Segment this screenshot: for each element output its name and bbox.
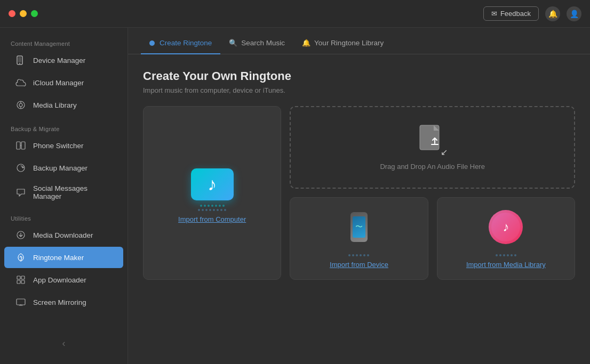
page-subtitle: Import music from computer, device or iT… <box>143 86 575 94</box>
drag-drop-label: Drag and Drop An Audio File Here <box>380 163 485 171</box>
sidebar-item-phone-switcher[interactable]: Phone Switcher <box>4 135 123 156</box>
import-from-media-card[interactable]: ♪ Import from Media Library <box>437 197 575 280</box>
sidebar-item-ringtone-maker[interactable]: Ringtone Maker <box>4 247 123 268</box>
svg-rect-1 <box>18 57 21 62</box>
collapse-icon: ‹ <box>62 338 66 349</box>
tab-ringtone-library[interactable]: 🔔 Your Ringtone Library <box>293 39 392 54</box>
itunes-icon: ♪ <box>489 210 523 244</box>
file-drag-icon: ↙ <box>419 124 447 156</box>
svg-rect-12 <box>21 276 25 279</box>
svg-point-9 <box>17 164 25 172</box>
sidebar-collapse-button[interactable]: ‹ <box>0 331 127 355</box>
tab-search-music-label: Search Music <box>241 39 285 47</box>
import-from-computer-label: Import from Computer <box>178 215 246 223</box>
utilities-label: Utilities <box>0 211 127 224</box>
device-manager-label: Device Manager <box>33 56 85 64</box>
computer-icon-area: ♪ <box>191 168 234 200</box>
phone-icon: 〜 <box>350 212 368 242</box>
dots-row <box>198 209 226 211</box>
music-note-icon: ♪ <box>208 174 217 195</box>
svg-rect-7 <box>17 142 20 149</box>
backup-manager-icon <box>15 162 27 174</box>
sidebar-item-app-downloader[interactable]: App Downloader <box>4 269 123 290</box>
app-downloader-label: App Downloader <box>33 276 86 284</box>
media-downloader-icon <box>15 229 27 241</box>
titlebar: ✉ Feedback 🔔 👤 <box>0 0 590 28</box>
icloud-manager-label: iCloud Manager <box>33 79 84 87</box>
dragdrop-icon-area: ↙ <box>419 124 447 156</box>
ringtone-maker-label: Ringtone Maker <box>33 254 84 262</box>
content-management-label: Content Management <box>0 36 127 49</box>
svg-point-2 <box>19 63 20 64</box>
svg-rect-8 <box>21 142 25 149</box>
sidebar-item-icloud-manager[interactable]: iCloud Manager <box>4 72 123 93</box>
bell-icon: 🔔 <box>302 39 310 47</box>
sidebar-item-media-library[interactable]: Media Library <box>4 94 123 116</box>
device-icon-area: // dots rendered via CSS below 〜 <box>340 208 378 246</box>
svg-rect-13 <box>17 280 20 284</box>
tab-bar: Create Ringtone 🔍 Search Music 🔔 Your Ri… <box>128 28 590 54</box>
page-title: Create Your Own Ringtone <box>143 69 575 83</box>
tab-create-ringtone-label: Create Ringtone <box>160 39 212 47</box>
dots-row-device <box>348 254 369 256</box>
media-library-label: Media Library <box>33 101 77 109</box>
phone-switcher-label: Phone Switcher <box>33 142 84 150</box>
notification-icon[interactable]: 🔔 <box>545 6 560 21</box>
svg-rect-11 <box>17 276 20 279</box>
svg-rect-15 <box>17 299 25 305</box>
import-from-computer-card[interactable]: ♪ <box>143 106 281 280</box>
ringtone-maker-icon <box>15 252 27 263</box>
sidebar-item-screen-mirroring[interactable]: Screen Mirroring <box>4 292 123 313</box>
sidebar-item-device-manager[interactable]: Device Manager <box>4 50 123 71</box>
cursor-icon: ↙ <box>441 147 448 157</box>
media-icon-area: ♪ <box>487 208 524 246</box>
main-layout: Content Management Device Manager iCloud… <box>0 28 590 364</box>
tab-create-ringtone[interactable]: Create Ringtone <box>141 39 220 54</box>
tab-ringtone-library-label: Your Ringtone Library <box>314 39 384 47</box>
social-messages-icon <box>15 187 27 198</box>
phone-screen: 〜 <box>353 216 365 238</box>
close-button[interactable] <box>9 10 15 17</box>
phone-switcher-icon <box>15 140 27 151</box>
import-from-device-label: Import from Device <box>330 261 388 269</box>
sidebar-item-backup-manager[interactable]: Backup Manager <box>4 157 123 179</box>
dots-row-media <box>496 254 516 256</box>
media-library-icon <box>15 99 27 111</box>
import-grid: ♪ <box>143 106 575 280</box>
import-from-device-card[interactable]: // dots rendered via CSS below 〜 <box>290 197 428 280</box>
social-messages-label: Social Messages Manager <box>33 184 113 200</box>
import-from-media-label: Import from Media Library <box>466 261 546 269</box>
svg-rect-14 <box>21 280 25 284</box>
device-manager-icon <box>15 54 27 66</box>
sidebar-item-social-messages[interactable]: Social Messages Manager <box>4 180 123 205</box>
drag-drop-card[interactable]: ↙ Drag and Drop An Audio File Here <box>290 106 575 189</box>
backup-migrate-label: Backup & Migrate <box>0 122 127 134</box>
traffic-lights <box>9 10 38 17</box>
waveform-icon: 〜 <box>355 222 363 232</box>
tab-search-music[interactable]: 🔍 Search Music <box>220 39 293 54</box>
titlebar-right: ✉ Feedback 🔔 👤 <box>483 6 581 21</box>
feedback-label: Feedback <box>500 10 531 18</box>
app-downloader-icon <box>15 274 27 286</box>
sidebar-item-media-downloader[interactable]: Media Downloader <box>4 224 123 246</box>
screen-mirroring-icon <box>15 296 27 308</box>
media-icon-inner: ♪ <box>491 213 520 241</box>
tab-create-ringtone-icon <box>149 41 155 46</box>
music-card-icon: ♪ <box>191 168 234 200</box>
feedback-button[interactable]: ✉ Feedback <box>483 6 539 21</box>
content-area: Create Ringtone 🔍 Search Music 🔔 Your Ri… <box>128 28 590 364</box>
media-downloader-label: Media Downloader <box>33 231 93 239</box>
minimize-button[interactable] <box>20 10 27 17</box>
music-dots <box>200 205 225 207</box>
music-note-media-icon: ♪ <box>503 220 509 234</box>
page-content: Create Your Own Ringtone Import music fr… <box>128 54 590 364</box>
user-avatar[interactable]: 👤 <box>567 6 581 21</box>
icloud-icon <box>15 77 27 88</box>
screen-mirroring-label: Screen Mirroring <box>33 298 86 306</box>
svg-point-4 <box>19 103 22 107</box>
search-icon: 🔍 <box>229 39 237 47</box>
mail-icon: ✉ <box>491 10 497 18</box>
backup-manager-label: Backup Manager <box>33 164 87 172</box>
sidebar: Content Management Device Manager iCloud… <box>0 28 128 364</box>
maximize-button[interactable] <box>31 10 38 17</box>
